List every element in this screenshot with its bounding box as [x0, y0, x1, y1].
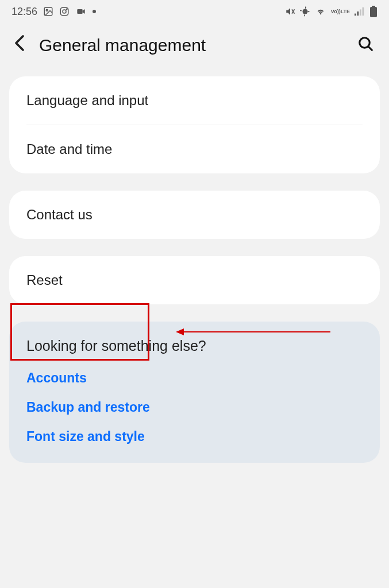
svg-rect-14	[370, 7, 377, 17]
svg-rect-5	[77, 9, 82, 14]
backup-restore-link[interactable]: Backup and restore	[26, 400, 363, 415]
more-dot-icon	[93, 10, 96, 13]
svg-point-4	[66, 9, 67, 10]
status-bar: 12:56 Vo)) LTE	[0, 0, 389, 23]
lte-label: LTE	[341, 9, 350, 14]
vo-label: Vo))	[331, 9, 341, 14]
font-size-style-link[interactable]: Font size and style	[26, 429, 363, 444]
instagram-icon	[59, 6, 70, 17]
wifi-icon	[315, 7, 326, 16]
status-bar-right: Vo)) LTE	[285, 6, 378, 17]
battery-icon	[369, 6, 378, 17]
photo-icon	[43, 6, 53, 17]
svg-point-1	[46, 9, 48, 11]
accounts-link[interactable]: Accounts	[26, 370, 363, 386]
video-icon	[75, 7, 87, 16]
svg-rect-11	[360, 9, 361, 16]
language-and-input-item[interactable]: Language and input	[9, 76, 380, 125]
page-header: General management	[0, 23, 389, 76]
svg-line-16	[368, 47, 373, 51]
svg-point-3	[63, 10, 66, 13]
page-title: General management	[39, 36, 343, 55]
svg-point-15	[360, 38, 370, 48]
status-bar-left: 12:56	[11, 6, 96, 18]
suggestions-card: Looking for something else? Accounts Bac…	[9, 322, 380, 463]
signal-icon	[355, 7, 365, 16]
svg-rect-9	[355, 14, 356, 16]
reset-item[interactable]: Reset	[9, 256, 380, 304]
settings-group-2: Contact us	[9, 191, 380, 239]
volte-icon: Vo)) LTE	[331, 9, 350, 14]
svg-rect-10	[357, 11, 359, 16]
svg-rect-13	[372, 6, 375, 7]
mute-icon	[285, 6, 295, 17]
status-time: 12:56	[11, 6, 37, 18]
sync-icon	[300, 6, 310, 17]
back-button[interactable]	[14, 34, 25, 56]
settings-group-1: Language and input Date and time	[9, 76, 380, 173]
contact-us-item[interactable]: Contact us	[9, 191, 380, 239]
svg-rect-12	[363, 7, 364, 16]
search-button[interactable]	[357, 36, 375, 55]
settings-group-3: Reset	[9, 256, 380, 304]
date-and-time-item[interactable]: Date and time	[9, 125, 380, 173]
suggestions-title: Looking for something else?	[26, 338, 363, 354]
svg-point-8	[302, 9, 307, 14]
